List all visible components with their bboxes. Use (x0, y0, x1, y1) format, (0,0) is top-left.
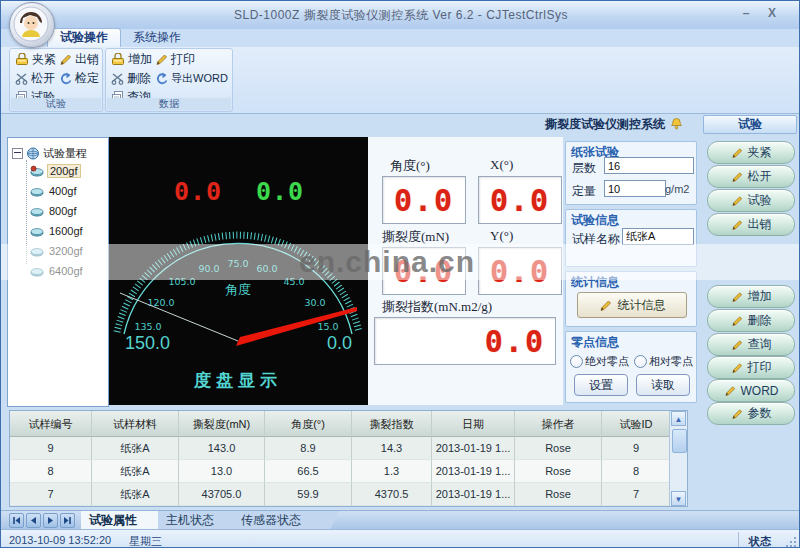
sidebar-release-button[interactable]: 松开 (707, 165, 795, 188)
tree-item-400gf[interactable]: 400gf (30, 183, 79, 198)
add-button[interactable]: 增加 (111, 52, 152, 67)
set-zero-button[interactable]: 设置 (574, 374, 628, 396)
tab-test-operation[interactable]: 试验操作 (47, 28, 121, 47)
absolute-zero-option[interactable]: 绝对零点 (570, 354, 629, 369)
table-row[interactable]: 7 纸张A 43705.0 59.9 4370.5 2013-01-19 1..… (10, 483, 670, 506)
tree-item-200gf[interactable]: 200gf (30, 163, 81, 178)
ribbon-group-test-label: 试验 (11, 98, 101, 110)
pencil-icon (731, 219, 743, 231)
tree-item-1600gf[interactable]: 1600gf (30, 223, 85, 238)
nav-last-icon[interactable] (60, 513, 75, 528)
main-panel-header: 撕裂度试验仪测控系统 (7, 116, 683, 134)
scroll-down-icon[interactable]: ▼ (671, 491, 686, 506)
print-button[interactable]: 打印 (155, 52, 195, 67)
clamp-icon (15, 53, 29, 66)
svg-text:90.0: 90.0 (198, 263, 219, 274)
sample-name-input[interactable] (622, 228, 694, 245)
col-angle: 角度(°) (265, 411, 352, 437)
tear-index-value: 0.0 (374, 317, 556, 365)
col-sample-no: 试样编号 (10, 411, 92, 437)
sidebar-clamp-button[interactable]: 夹紧 (707, 141, 795, 164)
tree-item-6400gf[interactable]: 6400gf (30, 263, 85, 278)
pencil-icon (155, 53, 168, 66)
col-operator: 操作者 (515, 411, 602, 437)
sidebar-params-button[interactable]: 参数 (707, 402, 795, 425)
app-logo-orb[interactable] (9, 2, 55, 48)
pencil-icon (731, 339, 743, 351)
sidebar-unpin-button[interactable]: 出销 (707, 213, 795, 236)
application-window: SLD-1000Z 撕裂度试验仪测控系统 Ver 6.2 - CJTestCtr… (0, 0, 800, 548)
test-info-group: 试验信息 试样名称 (565, 209, 697, 267)
scroll-thumb[interactable] (672, 429, 687, 453)
title-bar: SLD-1000Z 撕裂度试验仪测控系统 Ver 6.2 - CJTestCtr… (1, 1, 800, 29)
sidebar-delete-button[interactable]: 删除 (707, 309, 795, 332)
nav-prev-icon[interactable] (26, 513, 41, 528)
angle-readout-label: 角度(°) (390, 157, 430, 175)
read-zero-button[interactable]: 读取 (636, 374, 690, 396)
table-row[interactable]: 9 纸张A 143.0 8.9 14.3 2013-01-19 1... Ros… (10, 437, 670, 460)
verify-button[interactable]: 检定 (59, 71, 99, 86)
svg-text:105.0: 105.0 (168, 276, 195, 287)
svg-text:120.0: 120.0 (147, 297, 174, 308)
sidebar-print-button[interactable]: 打印 (707, 356, 795, 379)
dial-max-label: 0.0 (327, 333, 352, 353)
tear-readout-label: 撕裂度(mN) (382, 228, 449, 246)
delete-button[interactable]: 删除 (111, 71, 151, 86)
svg-text:15.0: 15.0 (317, 321, 338, 332)
sidebar-query-button[interactable]: 查询 (707, 333, 795, 356)
pencil-icon (731, 147, 743, 159)
relative-zero-option[interactable]: 相对零点 (634, 354, 693, 369)
table-row[interactable]: 8 纸张A 13.0 66.5 1.3 2013-01-19 1... Rose… (10, 460, 670, 483)
minimize-button[interactable]: – (737, 6, 755, 22)
pencil-icon (731, 291, 743, 303)
main-panel-title: 撕裂度试验仪测控系统 (545, 117, 665, 131)
basis-weight-input[interactable] (604, 180, 666, 197)
resize-grip[interactable] (785, 536, 797, 548)
table-scrollbar[interactable]: ▲ ▼ (669, 411, 687, 506)
statistics-group: 统计信息 统计信息 (565, 271, 697, 327)
statistics-title: 统计信息 (571, 274, 619, 291)
sidebar-test-button[interactable]: 试验 (707, 189, 795, 212)
sidebar-word-button[interactable]: WORD (707, 379, 795, 402)
svg-text:45.0: 45.0 (283, 276, 304, 287)
undo-icon (155, 72, 168, 85)
status-label: 状态 (749, 534, 771, 548)
status-datetime: 2013-10-09 13:52:20 (9, 534, 111, 546)
tab-system-operation[interactable]: 系统操作 (121, 29, 193, 46)
range-tree-panel: 试验量程 200gf 400gf 800gf 1600gf 3200gf 640… (7, 137, 109, 407)
sidebar-add-button[interactable]: 增加 (707, 285, 795, 308)
test-info-title: 试验信息 (571, 212, 619, 229)
angle-readout-value: 0.0 (382, 176, 466, 224)
collapse-icon[interactable] (12, 148, 23, 159)
statistics-button[interactable]: 统计信息 (577, 292, 687, 318)
release-button[interactable]: 松开 (15, 71, 55, 86)
radio-icon[interactable] (634, 355, 647, 368)
range-disc-icon (30, 185, 44, 197)
undo-icon (59, 72, 72, 85)
layers-input[interactable] (604, 157, 694, 174)
close-button[interactable]: X (763, 6, 781, 22)
globe-icon (26, 147, 40, 160)
status-bar: 2013-10-09 13:52:20 星期三 状态 (1, 529, 800, 548)
scissors-icon (111, 72, 124, 85)
sidebar-header: 试验 (703, 115, 797, 134)
col-date: 日期 (432, 411, 515, 437)
bottom-tab-bar: 试验属性 主机状态 传感器状态 (1, 510, 800, 530)
tree-item-3200gf[interactable]: 3200gf (30, 243, 85, 258)
pencil-icon (731, 362, 743, 374)
status-weekday: 星期三 (129, 534, 162, 548)
tree-root-range[interactable]: 试验量程 (12, 146, 87, 161)
clamp-button[interactable]: 夹紧 (15, 52, 56, 67)
col-material: 试样材料 (92, 411, 179, 437)
nav-first-icon[interactable] (9, 513, 24, 528)
tab-sensor-status[interactable]: 传感器状态 (233, 511, 339, 530)
ribbon-group-test: 夹紧 松开 试验 出销 检定 试验 (9, 48, 103, 112)
nav-next-icon[interactable] (43, 513, 58, 528)
col-tear: 撕裂度(mN) (179, 411, 265, 437)
radio-icon[interactable] (570, 355, 583, 368)
tree-item-800gf[interactable]: 800gf (30, 203, 79, 218)
range-disc-icon (30, 265, 44, 277)
export-word-button[interactable]: 导出WORD (155, 71, 228, 86)
unpin-button[interactable]: 出销 (59, 52, 99, 67)
scroll-up-icon[interactable]: ▲ (671, 411, 686, 426)
